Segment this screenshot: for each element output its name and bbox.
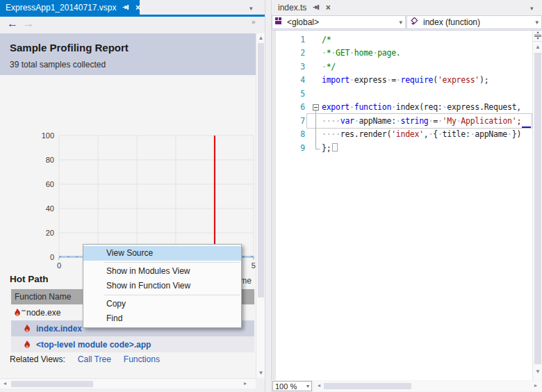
module-icon <box>275 17 283 27</box>
hot-path-row-top-level-module-code-app[interactable]: <top-level module code>.app <box>11 336 254 352</box>
zoom-level-dropdown[interactable]: 100 % ▾ <box>272 381 312 391</box>
end-of-buffer-marker <box>332 143 338 152</box>
menu-separator <box>104 262 240 263</box>
svg-text:20: 20 <box>46 229 54 237</box>
menu-item-find[interactable]: Find <box>83 311 241 326</box>
process-flame-icon <box>14 309 23 317</box>
scroll-down-icon[interactable]: ▼ <box>533 369 542 375</box>
chevron-down-icon: ▾ <box>306 383 309 389</box>
scroll-right-icon[interactable]: ▸ <box>532 383 539 389</box>
scrollbar-thumb[interactable] <box>258 43 264 297</box>
svg-text:100: 100 <box>42 131 54 140</box>
report-toolbar: ← → ›› <box>0 17 265 33</box>
code-text: export·function·index(req:·express.Reque… <box>322 102 521 112</box>
svg-text:60: 60 <box>46 180 54 188</box>
pin-icon[interactable] <box>122 3 130 12</box>
scrollbar-thumb[interactable] <box>11 381 93 387</box>
scrollbar-thumb[interactable] <box>534 53 541 364</box>
pane-splitter[interactable] <box>265 0 272 392</box>
code-editor[interactable]: 1/*2·*·GET·home·page.3·*/4import·express… <box>272 31 532 380</box>
function-name: <top-level module code>.app <box>36 340 151 350</box>
code-line-8[interactable]: 8····res.render('index',·{·title:·appNam… <box>272 128 532 142</box>
code-text: ·*·GET·home·page. <box>322 48 401 58</box>
scope-dropdown[interactable]: <global> ▾ <box>272 15 406 29</box>
member-dropdown[interactable]: index (function) ▾ <box>406 15 542 29</box>
fold-margin-mid <box>311 128 322 142</box>
scroll-left-icon[interactable]: ◂ <box>1 381 8 386</box>
link-call-tree[interactable]: Call Tree <box>78 354 111 364</box>
code-line-2[interactable]: 2·*·GET·home·page. <box>272 47 532 60</box>
line-number: 9 <box>272 143 311 153</box>
code-line-9[interactable]: 9}; <box>272 141 532 155</box>
left-tab-strip: ExpressApp1_20140717.vspx × ▾ <box>0 0 265 15</box>
fold-margin <box>311 87 322 101</box>
report-header-band: Sample Profiling Report 39 total samples… <box>0 33 256 75</box>
fold-margin <box>311 47 322 60</box>
method-icon <box>410 17 419 28</box>
report-title: Sample Profiling Report <box>10 42 129 54</box>
vs-window: ExpressApp1_20140717.vspx × ▾ ← → ›› Sam… <box>0 0 542 392</box>
fold-margin <box>311 74 322 88</box>
code-line-4[interactable]: 4import·express·=·require('express'); <box>272 74 532 88</box>
tab-profiling-report[interactable]: ExpressApp1_20140717.vspx × <box>0 0 140 15</box>
back-arrow-icon[interactable]: ← <box>7 17 18 30</box>
link-functions[interactable]: Functions <box>124 354 160 364</box>
chevron-down-icon: ▾ <box>535 19 539 26</box>
function-name: node.exe <box>26 308 60 318</box>
text-caret <box>522 126 531 128</box>
flame-icon <box>24 341 33 349</box>
function-name: index.index <box>36 324 82 334</box>
fold-margin <box>311 60 322 74</box>
menu-item-show-in-modules-view[interactable]: Show in Modules View <box>83 264 241 279</box>
collapse-box-icon[interactable] <box>313 104 319 111</box>
close-icon[interactable]: × <box>133 3 142 12</box>
tab-index-ts[interactable]: index.ts × <box>272 0 336 15</box>
flame-icon <box>24 325 33 333</box>
menu-item-show-in-function-view[interactable]: Show in Function View <box>83 279 241 293</box>
tab-list-caret-icon[interactable]: ▾ <box>249 5 253 12</box>
tab-title: index.ts <box>278 3 306 13</box>
scroll-up-icon[interactable]: ▲ <box>533 44 542 50</box>
line-number: 7 <box>272 116 311 126</box>
tab-list-caret-icon[interactable]: ▾ <box>530 5 534 12</box>
scroll-left-icon[interactable]: ◂ <box>315 383 322 389</box>
fold-margin <box>311 33 322 47</box>
line-number: 8 <box>272 129 311 139</box>
tab-title: ExpressApp1_20140717.vspx <box>6 3 116 13</box>
fold-margin-end <box>311 141 322 155</box>
svg-text:0: 0 <box>50 253 54 261</box>
editor-horizontal-scrollbar[interactable]: ◂ ▸ <box>314 381 542 391</box>
code-line-5[interactable]: 5 <box>272 87 532 101</box>
left-horizontal-scrollbar[interactable]: ◂ ▸ <box>0 378 256 389</box>
code-line-6[interactable]: 6export·function·index(req:·express.Requ… <box>272 101 532 115</box>
editor-status-bar: 100 % ▾ ◂ ▸ <box>272 380 542 392</box>
close-icon[interactable]: × <box>324 3 332 12</box>
zoom-value: 100 % <box>275 382 297 391</box>
code-line-1[interactable]: 1/* <box>272 33 532 47</box>
editor-vertical-scrollbar[interactable]: ▴▾ ▲ ▼ <box>532 31 542 380</box>
left-vertical-scrollbar[interactable]: ▲ ▼ <box>256 33 265 378</box>
member-value: index (function) <box>423 17 480 27</box>
code-line-7[interactable]: 7····var·appName:·string·=·'My·Applicati… <box>272 114 532 128</box>
code-text: }; <box>322 143 338 153</box>
line-number: 4 <box>272 75 311 85</box>
svg-text:80: 80 <box>46 156 54 164</box>
fold-margin-start[interactable] <box>311 101 322 115</box>
line-number: 3 <box>272 62 311 72</box>
menu-item-copy[interactable]: Copy <box>83 297 241 311</box>
menu-item-view-source[interactable]: View Source <box>83 246 241 261</box>
hot-path-title: Hot Path <box>10 274 49 284</box>
menu-separator <box>104 295 240 295</box>
code-text: /* <box>322 35 331 44</box>
line-number: 5 <box>272 89 311 99</box>
code-line-3[interactable]: 3·*/ <box>272 60 532 74</box>
scroll-right-icon[interactable]: ▸ <box>242 381 249 386</box>
editor-navigation-bar: <global> ▾ index (function) ▾ <box>272 15 542 31</box>
related-views: Related Views: Call Tree Functions <box>10 354 160 364</box>
scrollbar-thumb[interactable] <box>324 383 411 389</box>
pin-icon[interactable] <box>312 3 320 12</box>
code-text: ····var·appName:·string·=·'My·Applicatio… <box>322 116 521 126</box>
split-editor-grip[interactable]: ▴▾ <box>533 31 542 42</box>
scope-value: <global> <box>287 17 319 27</box>
toolbar-overflow-icon[interactable]: ›› <box>252 18 255 26</box>
